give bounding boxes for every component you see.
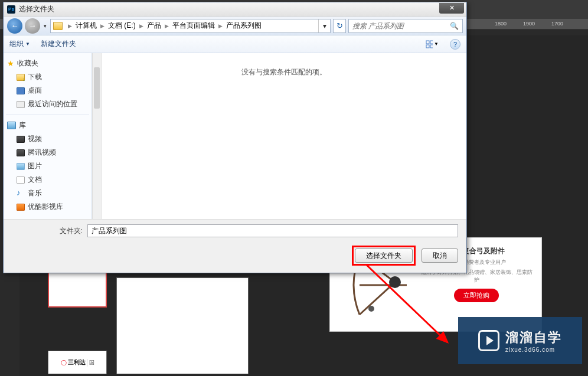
view-options-button[interactable]: ▼ bbox=[425, 38, 439, 51]
thumb-2[interactable]: ◯ 三利达 国 bbox=[48, 351, 107, 374]
dialog-footer: 文件夹: 选择文件夹 取消 bbox=[4, 219, 466, 273]
svg-rect-6 bbox=[430, 45, 433, 48]
crumb-folder-3[interactable]: 产品系列图 bbox=[224, 21, 263, 31]
sidebar-documents[interactable]: 文档 bbox=[4, 173, 92, 187]
dialog-title: 选择文件夹 bbox=[19, 4, 54, 14]
breadcrumb-dropdown[interactable]: ▾ bbox=[318, 19, 330, 32]
crumb-sep[interactable]: ▶ bbox=[138, 23, 145, 29]
nav-bar: ← → ▾ ▶ 计算机 ▶ 文档 (E:) ▶ 产品 ▶ 平台页面编辑 ▶ 产品… bbox=[4, 17, 466, 35]
desktop-icon bbox=[17, 87, 25, 94]
folder-icon bbox=[53, 22, 63, 30]
sidebar-desktop[interactable]: 桌面 bbox=[4, 84, 92, 97]
thumb-3[interactable] bbox=[116, 277, 249, 374]
svg-point-0 bbox=[389, 276, 401, 288]
sidebar-favorites[interactable]: ★收藏夹 bbox=[4, 57, 92, 70]
crumb-sep[interactable]: ▶ bbox=[66, 23, 74, 29]
library-icon bbox=[7, 122, 16, 129]
thumb-2-sub: 国 bbox=[87, 359, 94, 367]
buy-button[interactable]: 立即抢购 bbox=[454, 289, 499, 302]
sidebar-youku[interactable]: 优酷影视库 bbox=[4, 200, 92, 214]
documents-icon bbox=[17, 176, 25, 184]
play-icon bbox=[478, 330, 499, 351]
watermark: 溜溜自学 zixue.3d66.com bbox=[458, 317, 582, 364]
music-icon: ♪ bbox=[17, 190, 25, 197]
ruler-tick: 1700 bbox=[551, 21, 563, 27]
annotation-highlight: 选择文件夹 bbox=[352, 246, 416, 266]
sidebar-music[interactable]: ♪音乐 bbox=[4, 187, 92, 200]
ruler-tick: 1800 bbox=[495, 21, 507, 27]
tencent-icon bbox=[17, 149, 25, 156]
recent-icon bbox=[17, 101, 25, 108]
svg-rect-3 bbox=[426, 41, 429, 44]
sidebar-recent[interactable]: 最近访问的位置 bbox=[4, 97, 92, 111]
scrollbar-thumb[interactable] bbox=[94, 67, 100, 109]
svg-rect-5 bbox=[426, 45, 429, 48]
star-icon: ★ bbox=[7, 59, 14, 68]
breadcrumb-bar[interactable]: ▶ 计算机 ▶ 文档 (E:) ▶ 产品 ▶ 平台页面编辑 ▶ 产品系列图 ▾ bbox=[50, 19, 331, 33]
file-list-area[interactable]: 没有与搜索条件匹配的项。 bbox=[102, 53, 466, 219]
organize-menu[interactable]: 组织 ▼ bbox=[9, 39, 30, 49]
pictures-icon bbox=[17, 163, 25, 170]
svg-rect-4 bbox=[430, 41, 433, 44]
search-icon[interactable]: 🔍 bbox=[450, 22, 459, 30]
titlebar: Ps 选择文件夹 ✕ bbox=[4, 2, 466, 17]
search-input[interactable] bbox=[352, 22, 450, 30]
crumb-folder-2[interactable]: 平台页面编辑 bbox=[171, 21, 217, 31]
help-button[interactable]: ? bbox=[450, 39, 460, 50]
sidebar-video[interactable]: 视频 bbox=[4, 132, 92, 146]
sidebar-library[interactable]: 库 bbox=[4, 119, 92, 132]
foldername-label: 文件夹: bbox=[12, 226, 83, 236]
svg-point-2 bbox=[368, 306, 374, 312]
empty-message: 没有与搜索条件匹配的项。 bbox=[241, 67, 326, 77]
search-box[interactable]: 🔍 bbox=[348, 19, 463, 33]
thumb-2-logo: 三利达 bbox=[68, 358, 86, 367]
sidebar: ★收藏夹 下载 桌面 最近访问的位置 库 视频 腾讯视频 图片 文档 ♪音乐 优… bbox=[4, 53, 92, 219]
crumb-sep[interactable]: ▶ bbox=[163, 23, 171, 29]
crumb-folder-1[interactable]: 产品 bbox=[145, 21, 163, 31]
sidebar-tencent[interactable]: 腾讯视频 bbox=[4, 146, 92, 159]
crumb-drive[interactable]: 文档 (E:) bbox=[106, 21, 138, 31]
forward-button[interactable]: → bbox=[25, 18, 40, 34]
new-folder-button[interactable]: 新建文件夹 bbox=[41, 39, 76, 49]
ruler-tick: 1900 bbox=[523, 21, 535, 27]
history-dropdown[interactable]: ▾ bbox=[43, 23, 48, 29]
cancel-button[interactable]: 取消 bbox=[422, 249, 458, 263]
folder-picker-dialog: Ps 选择文件夹 ✕ ← → ▾ ▶ 计算机 ▶ 文档 (E:) ▶ 产品 ▶ … bbox=[3, 2, 467, 273]
close-button[interactable]: ✕ bbox=[439, 3, 464, 14]
crumb-sep[interactable]: ▶ bbox=[217, 23, 224, 29]
watermark-url: zixue.3d66.com bbox=[505, 346, 562, 353]
refresh-button[interactable]: ↻ bbox=[333, 19, 346, 33]
sidebar-scrollbar[interactable] bbox=[92, 53, 102, 219]
crumb-computer[interactable]: 计算机 bbox=[74, 21, 99, 31]
crumb-sep[interactable]: ▶ bbox=[99, 23, 106, 29]
sidebar-downloads[interactable]: 下载 bbox=[4, 70, 92, 84]
video-icon bbox=[17, 136, 25, 143]
download-icon bbox=[17, 74, 25, 81]
select-folder-button[interactable]: 选择文件夹 bbox=[355, 249, 413, 263]
ps-app-icon: Ps bbox=[7, 5, 15, 14]
toolbar: 组织 ▼ 新建文件夹 ▼ ? bbox=[4, 35, 466, 53]
back-button[interactable]: ← bbox=[7, 18, 22, 34]
watermark-title: 溜溜自学 bbox=[505, 329, 562, 346]
youku-icon bbox=[17, 204, 25, 211]
sidebar-pictures[interactable]: 图片 bbox=[4, 159, 92, 173]
foldername-input[interactable] bbox=[87, 224, 458, 237]
dialog-body: ★收藏夹 下载 桌面 最近访问的位置 库 视频 腾讯视频 图片 文档 ♪音乐 优… bbox=[4, 53, 466, 219]
